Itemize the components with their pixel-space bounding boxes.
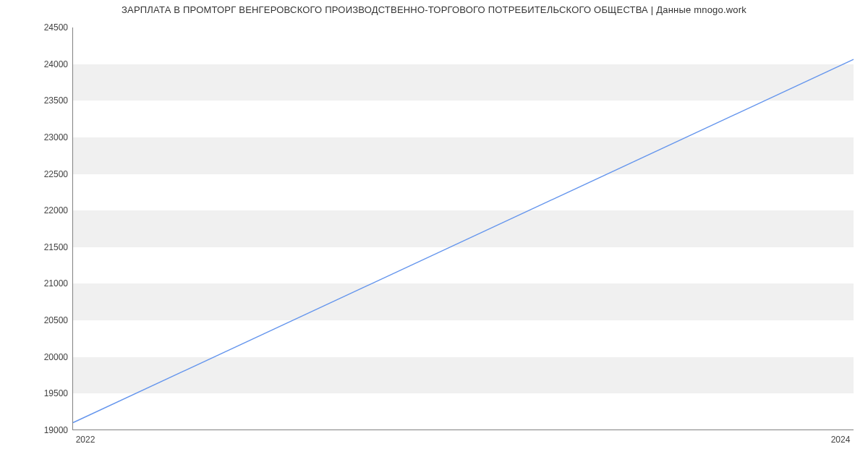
line-series	[73, 27, 854, 430]
chart-title: ЗАРПЛАТА В ПРОМТОРГ ВЕНГЕРОВСКОГО ПРОИЗВ…	[0, 4, 868, 15]
x-tick-label: 2022	[76, 435, 95, 445]
x-tick-label: 2024	[831, 435, 851, 445]
y-tick-label: 19500	[32, 388, 68, 398]
y-tick-label: 20000	[32, 352, 68, 362]
y-tick-label: 23000	[32, 132, 68, 142]
y-tick-label: 23500	[32, 95, 68, 106]
chart-container: ЗАРПЛАТА В ПРОМТОРГ ВЕНГЕРОВСКОГО ПРОИЗВ…	[0, 0, 868, 470]
y-tick-label: 21000	[32, 278, 68, 289]
plot-area	[72, 27, 854, 430]
y-tick-label: 24000	[32, 59, 68, 69]
y-tick-label: 24500	[32, 22, 68, 33]
y-tick-label: 21500	[32, 242, 68, 252]
y-tick-label: 22500	[32, 169, 68, 179]
y-tick-label: 22000	[32, 205, 68, 215]
y-tick-label: 19000	[32, 425, 68, 435]
y-tick-label: 20500	[32, 315, 68, 325]
